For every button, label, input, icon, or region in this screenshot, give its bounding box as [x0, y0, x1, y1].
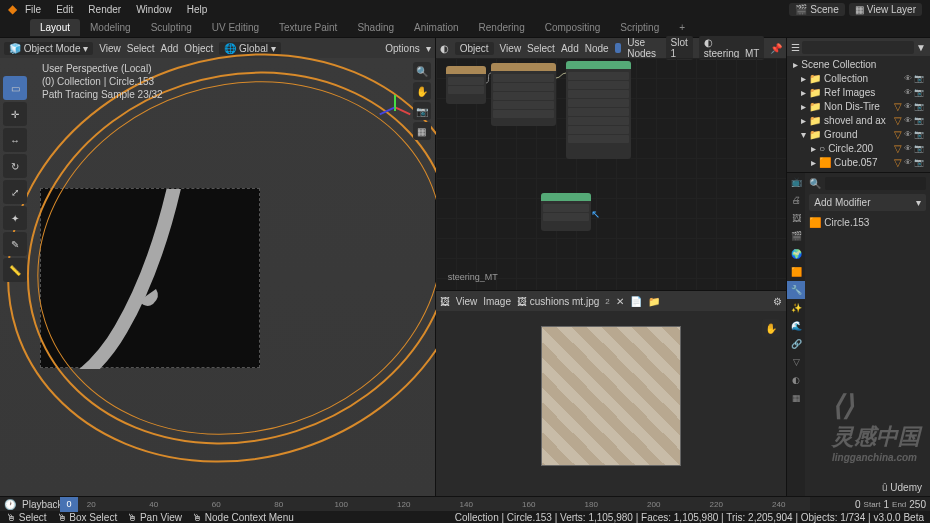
zoom-icon[interactable]: 🔍 — [413, 62, 431, 80]
tool-transform[interactable]: ✦ — [3, 206, 27, 230]
tree-item[interactable]: ▸ 📁 shovel and ax▽ 👁 📷 — [791, 114, 926, 128]
pan-icon[interactable]: ✋ — [413, 82, 431, 100]
texture-preview[interactable] — [541, 326, 681, 466]
ne-menu-view[interactable]: View — [500, 43, 522, 54]
node-output[interactable] — [541, 193, 591, 231]
vp-menu-object[interactable]: Object — [184, 43, 213, 54]
timeline[interactable]: 🕐 Playback Keying View Marker ⏮ ◀◆ ◀ ▶ ◆… — [0, 496, 930, 511]
ws-modeling[interactable]: Modeling — [80, 19, 141, 36]
ptab-world[interactable]: 🌍 — [787, 245, 805, 263]
vp-menu-add[interactable]: Add — [161, 43, 179, 54]
nav-gizmo[interactable] — [377, 93, 413, 129]
search-icon[interactable]: 🔍 — [809, 178, 821, 189]
ie-gear-icon[interactable]: ⚙ — [773, 296, 782, 307]
ptab-modifiers[interactable]: 🔧 — [787, 281, 805, 299]
ws-sculpting[interactable]: Sculpting — [141, 19, 202, 36]
image-editor-icon[interactable]: 🖼 — [440, 296, 450, 307]
tree-item[interactable]: ▾ 📁 Ground▽ 👁 📷 — [791, 128, 926, 142]
tl-playback[interactable]: Playback — [22, 499, 63, 510]
open-icon[interactable]: 📁 — [648, 296, 660, 307]
ie-menu-view[interactable]: View — [456, 296, 478, 307]
material-selector[interactable]: ◐ steering_MT — [699, 36, 765, 60]
ptab-constraints[interactable]: 🔗 — [787, 335, 805, 353]
ws-layout[interactable]: Layout — [30, 19, 80, 36]
tool-select-box[interactable]: ▭ — [3, 76, 27, 100]
shader-editor-icon[interactable]: ◐ — [440, 43, 449, 54]
menu-render[interactable]: Render — [81, 2, 128, 17]
tool-move[interactable]: ↔ — [3, 128, 27, 152]
ptab-output[interactable]: 🖨 — [787, 191, 805, 209]
ptab-particles[interactable]: ✨ — [787, 299, 805, 317]
new-icon[interactable]: 📄 — [630, 296, 642, 307]
node-graph-area[interactable]: steering_MT ↖ — [436, 58, 787, 290]
ws-compositing[interactable]: Compositing — [535, 19, 611, 36]
orientation-selector[interactable]: 🌐 Global ▾ — [219, 42, 280, 55]
menu-edit[interactable]: Edit — [49, 2, 80, 17]
frame-current[interactable]: 0 — [855, 499, 861, 510]
filter-icon[interactable]: ▼ — [916, 42, 926, 53]
ptab-object[interactable]: 🟧 — [787, 263, 805, 281]
ptab-scene[interactable]: 🎬 — [787, 227, 805, 245]
scene-selector[interactable]: 🎬Scene — [789, 3, 844, 16]
tool-measure[interactable]: 📏 — [3, 258, 27, 282]
tool-scale[interactable]: ⤢ — [3, 180, 27, 204]
ws-shading[interactable]: Shading — [347, 19, 404, 36]
tree-item[interactable]: ▸ 🟧 Cube.057▽ 👁 📷 — [791, 156, 926, 170]
use-nodes-checkbox[interactable] — [615, 43, 622, 53]
ptab-physics[interactable]: 🌊 — [787, 317, 805, 335]
pin-icon[interactable]: 📌 — [770, 43, 782, 54]
tool-rotate[interactable]: ↻ — [3, 154, 27, 178]
viewlayer-selector[interactable]: ▦View Layer — [849, 3, 922, 16]
unlink-icon[interactable]: ✕ — [616, 296, 624, 307]
vp-menu-view[interactable]: View — [99, 43, 121, 54]
tree-scene-collection[interactable]: ▸ Scene Collection — [791, 58, 926, 72]
perspective-icon[interactable]: ▦ — [413, 122, 431, 140]
camera-icon[interactable]: 📷 — [413, 102, 431, 120]
tool-annotate[interactable]: ✎ — [3, 232, 27, 256]
tree-item[interactable]: ▸ ○ Circle.200▽ 👁 📷 — [791, 142, 926, 156]
node-principled-bsdf[interactable] — [566, 61, 631, 159]
outliner-icon[interactable]: ☰ — [791, 42, 800, 53]
menu-window[interactable]: Window — [129, 2, 179, 17]
playhead[interactable]: 0 — [60, 497, 78, 512]
slot-selector[interactable]: Slot 1 — [666, 36, 693, 60]
ws-animation[interactable]: Animation — [404, 19, 468, 36]
ptab-data[interactable]: ▽ — [787, 353, 805, 371]
ie-menu-image[interactable]: Image — [483, 296, 511, 307]
timeline-icon[interactable]: 🕐 — [4, 499, 16, 510]
ws-add[interactable]: + — [669, 19, 695, 36]
props-search[interactable] — [825, 177, 926, 190]
add-modifier-dropdown[interactable]: Add Modifier ▾ — [809, 194, 926, 211]
ws-texpaint[interactable]: Texture Paint — [269, 19, 347, 36]
ne-menu-add[interactable]: Add — [561, 43, 579, 54]
outliner-tree[interactable]: ▸ Scene Collection ▸ 📁 Collection👁 📷 ▸ 📁… — [787, 56, 930, 172]
vp-menu-select[interactable]: Select — [127, 43, 155, 54]
ws-rendering[interactable]: Rendering — [469, 19, 535, 36]
image-selector[interactable]: 🖼 cushions mt.jpg — [517, 296, 599, 307]
frame-end[interactable]: 250 — [909, 499, 926, 510]
tree-item[interactable]: ▸ 📁 Non Dis-Tire▽ 👁 📷 — [791, 100, 926, 114]
ptab-material[interactable]: ◐ — [787, 371, 805, 389]
ie-pan-icon[interactable]: ✋ — [762, 319, 780, 337]
node-image-texture[interactable] — [491, 63, 556, 126]
ne-menu-select[interactable]: Select — [527, 43, 555, 54]
mode-selector[interactable]: 🧊 Object Mode ▾ — [4, 42, 93, 55]
shader-type[interactable]: Object — [455, 42, 494, 55]
tree-item[interactable]: ▸ 📁 Collection👁 📷 — [791, 72, 926, 86]
tree-item[interactable]: ▸ 📁 Ref Images👁 📷 — [791, 86, 926, 100]
3d-viewport[interactable] — [0, 58, 435, 496]
ptab-render[interactable]: 📺 — [787, 173, 805, 191]
node-texcoord[interactable] — [446, 66, 486, 104]
tool-cursor[interactable]: ✛ — [3, 102, 27, 126]
menu-help[interactable]: Help — [180, 2, 215, 17]
frame-start[interactable]: 1 — [884, 499, 890, 510]
menu-file[interactable]: File — [18, 2, 48, 17]
ptab-texture[interactable]: ▦ — [787, 389, 805, 407]
timeline-ruler[interactable]: 20406080100120140160180200220240 — [60, 497, 810, 511]
filter-dropdown[interactable] — [802, 41, 914, 54]
ws-uv[interactable]: UV Editing — [202, 19, 269, 36]
ptab-viewlayer[interactable]: 🖼 — [787, 209, 805, 227]
ne-menu-node[interactable]: Node — [585, 43, 609, 54]
ws-scripting[interactable]: Scripting — [610, 19, 669, 36]
options-dropdown[interactable]: Options — [385, 43, 419, 54]
